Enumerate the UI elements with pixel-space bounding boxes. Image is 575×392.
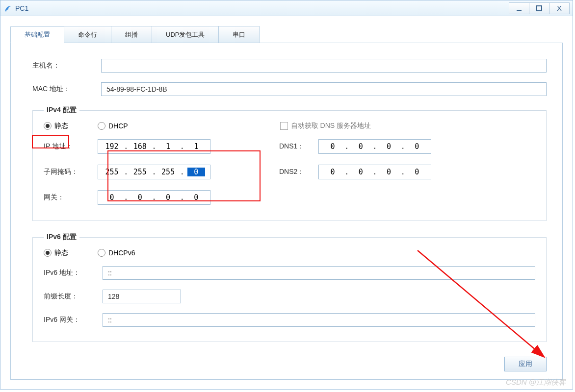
- ip-address-input[interactable]: 192. 168. 1. 1: [98, 139, 210, 154]
- close-button[interactable]: X: [549, 2, 570, 14]
- ipv6-group: IPv6 配置 静态 DHCPv6 IPv6 地址： 前缀长: [32, 233, 547, 342]
- ipv4-dhcp-label: DHCP: [108, 122, 128, 130]
- radio-icon: [44, 249, 52, 257]
- radio-icon: [98, 122, 105, 130]
- maximize-button[interactable]: [529, 2, 549, 14]
- app-icon: [3, 4, 12, 13]
- ipv6-static-label: 静态: [54, 248, 68, 257]
- apply-button[interactable]: 应用: [504, 357, 547, 371]
- ipv6-dhcp-radio[interactable]: DHCPv6: [98, 249, 135, 257]
- window-title: PC1: [15, 4, 509, 12]
- dns2-label: DNS2：: [279, 168, 318, 176]
- radio-icon: [44, 122, 52, 130]
- auto-dns-label: 自动获取 DNS 服务器地址: [291, 122, 371, 130]
- svg-point-0: [5, 10, 7, 11]
- ipv4-legend: IPv4 配置: [44, 106, 79, 115]
- svg-rect-1: [517, 10, 522, 11]
- radio-icon: [98, 249, 105, 257]
- gateway-label: 网关：: [44, 193, 98, 202]
- dns1-label: DNS1：: [279, 142, 318, 151]
- mac-input[interactable]: [101, 82, 547, 96]
- window-controls: X: [509, 2, 570, 14]
- mac-label: MAC 地址：: [32, 85, 101, 94]
- checkbox-icon: [280, 122, 288, 130]
- tab-bar: 基础配置 命令行 组播 UDP发包工具 串口: [10, 26, 563, 43]
- content-area: 基础配置 命令行 组播 UDP发包工具 串口 主机名： MAC 地址： IPv4…: [0, 16, 573, 385]
- tab-serial[interactable]: 串口: [218, 26, 260, 43]
- ipv6-legend: IPv6 配置: [44, 233, 79, 242]
- gateway-input[interactable]: 0. 0. 0. 0: [98, 190, 210, 205]
- hostname-input[interactable]: [101, 59, 547, 73]
- tab-basic-config[interactable]: 基础配置: [10, 26, 64, 43]
- ipv6-prefix-label: 前缀长度：: [44, 292, 103, 301]
- ipv6-address-label: IPv6 地址：: [44, 269, 103, 277]
- tab-cli[interactable]: 命令行: [64, 26, 111, 43]
- selected-octet: 0: [187, 168, 205, 176]
- ipv6-dhcp-label: DHCPv6: [108, 249, 135, 257]
- ipv6-address-input[interactable]: [103, 266, 535, 280]
- ipv4-static-radio[interactable]: 静态: [44, 122, 68, 130]
- hostname-label: 主机名：: [32, 61, 101, 70]
- tab-udp-tool[interactable]: UDP发包工具: [152, 26, 219, 43]
- minimize-button[interactable]: [509, 2, 529, 14]
- subnet-mask-label: 子网掩码：: [44, 168, 98, 176]
- app-window: PC1 X 基础配置 命令行 组播 UDP发包工具 串口 主机名： MAC: [0, 0, 573, 390]
- ipv6-prefix-input[interactable]: [103, 290, 181, 303]
- title-bar: PC1 X: [0, 0, 573, 16]
- dns1-input[interactable]: 0. 0. 0. 0: [318, 139, 431, 154]
- ip-address-label: IP 地址：: [44, 142, 98, 151]
- ipv6-gateway-label: IPv6 网关：: [44, 316, 103, 324]
- subnet-mask-input[interactable]: 255. 255. 255. 0: [98, 165, 210, 179]
- tab-panel: 主机名： MAC 地址： IPv4 配置 静态 DHCP: [10, 43, 563, 380]
- auto-dns-checkbox[interactable]: 自动获取 DNS 服务器地址: [280, 122, 371, 130]
- ipv6-static-radio[interactable]: 静态: [44, 248, 68, 257]
- tab-multicast[interactable]: 组播: [111, 26, 152, 43]
- svg-rect-2: [537, 6, 542, 11]
- dns2-input[interactable]: 0. 0. 0. 0: [318, 165, 431, 179]
- ipv4-group: IPv4 配置 静态 DHCP 自动获取 DNS 服务器地址: [32, 106, 547, 221]
- ipv4-dhcp-radio[interactable]: DHCP: [98, 122, 128, 130]
- ipv4-static-label: 静态: [54, 122, 68, 130]
- ipv6-gateway-input[interactable]: [103, 313, 535, 327]
